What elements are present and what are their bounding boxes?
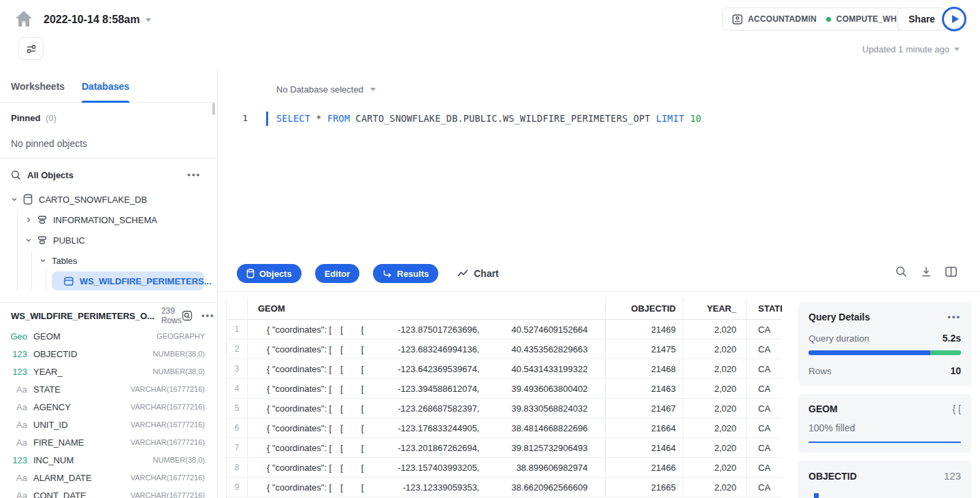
row-number: 7 [227, 438, 248, 457]
objects-button[interactable]: Objects [237, 264, 301, 283]
table-row[interactable]: 8 { "coordinates": [ [ [ -123.1574039932… [227, 458, 782, 478]
year-cell: 2,020 [683, 438, 747, 457]
filled-bar [808, 442, 961, 443]
objects-label: Objects [259, 269, 292, 279]
geom-latitude: 39.4936063800402 [479, 384, 587, 394]
share-button[interactable]: Share [897, 7, 947, 31]
table-row[interactable]: 6 { "coordinates": [ [ [ -123.1768332449… [227, 418, 782, 438]
editor-button[interactable]: Editor [315, 264, 360, 283]
column-datatype: NUMBER(38,0) [153, 456, 205, 464]
warehouse-status-dot [826, 17, 831, 22]
column-list-item[interactable]: 123 OBJECTID NUMBER(38,0) [0, 345, 217, 363]
table-row[interactable]: 3 { "coordinates": [ [ [ -123.6423695396… [227, 359, 782, 379]
column-list-item[interactable]: Aa STATE VARCHAR(16777216) [0, 380, 217, 398]
sql-token: * [310, 113, 327, 124]
card-title: OBJECTID [808, 471, 857, 482]
table-row[interactable]: 5 { "coordinates": [ [ [ -123.2686875823… [227, 399, 782, 418]
year-cell: 2,020 [683, 458, 747, 477]
column-type-icon: Aa [8, 420, 27, 430]
database-context-dropdown[interactable]: No Database selected [276, 84, 376, 95]
home-icon[interactable] [15, 10, 33, 27]
tree-node-tables[interactable]: Tables [0, 250, 217, 271]
return-arrow-icon [382, 269, 392, 278]
geom-bracket: [ [340, 443, 343, 453]
split-view-icon[interactable] [945, 267, 957, 277]
geom-json-prefix: { "coordinates": [ [267, 443, 331, 453]
column-list-item[interactable]: 123 INC_NUM NUMBER(38,0) [0, 451, 217, 469]
tab-databases[interactable]: Databases [82, 70, 129, 103]
state-cell: CA [747, 339, 782, 359]
database-context-label: No Database selected [276, 84, 363, 95]
row-number: 5 [227, 399, 248, 418]
search-icon[interactable] [11, 170, 21, 180]
worksheet-title-dropdown[interactable]: 2022-10-14 8:58am [44, 12, 151, 28]
table-row[interactable]: 1 { "coordinates": [ [ [ -123.8750172636… [227, 320, 782, 339]
all-objects-row[interactable]: All Objects ••• [0, 164, 217, 186]
line-number: 1 [235, 113, 248, 123]
column-list-item[interactable]: Aa FIRE_NAME VARCHAR(16777216) [0, 433, 217, 451]
sql-editor[interactable]: 1 SELECT * FROM CARTO_SNOWFLAKE_DB.PUBLI… [218, 111, 980, 127]
table-row[interactable]: 9 { "coordinates": [ [ [ -123.1233905935… [227, 478, 782, 497]
warehouse-label: COMPUTE_WH [836, 14, 897, 24]
tab-worksheets[interactable]: Worksheets [11, 70, 65, 103]
more-icon[interactable]: ••• [201, 312, 215, 319]
tree-node-public[interactable]: PUBLIC [0, 230, 217, 250]
column-list-item[interactable]: Aa CONT_DATE VARCHAR(16777216) [0, 486, 217, 498]
more-icon[interactable]: ••• [947, 314, 961, 320]
geom-latitude: 39.8330568824032 [479, 403, 587, 414]
divider [0, 158, 217, 159]
column-list-item[interactable]: Aa AGENCY VARCHAR(16777216) [0, 398, 217, 416]
tree-node-information-schema[interactable]: INFORMATION_SCHEMA [0, 210, 217, 230]
chevron-down-icon[interactable] [25, 237, 32, 244]
table-row[interactable]: 7 { "coordinates": [ [ [ -123.2018672626… [227, 438, 782, 458]
chevron-down-icon[interactable] [11, 196, 18, 203]
column-list-item[interactable]: Aa ALARM_DATE VARCHAR(16777216) [0, 469, 217, 486]
results-button[interactable]: Results [373, 264, 438, 283]
chart-tab[interactable]: Chart [457, 268, 499, 279]
geom-latitude: 38.6620962566609 [479, 482, 587, 493]
column-header-year[interactable]: YEAR_ [683, 298, 747, 319]
geom-bracket: [ [340, 403, 343, 414]
run-query-button[interactable] [942, 7, 966, 31]
row-number: 8 [227, 458, 248, 477]
chevron-down-icon[interactable] [39, 257, 46, 264]
column-header-geom[interactable]: GEOM [248, 298, 606, 319]
column-header-objectid[interactable]: OBJECTID [606, 298, 683, 319]
pinned-section-header: Pinned (0) [11, 113, 56, 123]
column-list-item[interactable]: Geo GEOM GEOGRAPHY [0, 327, 217, 345]
column-name: UNIT_ID [33, 420, 131, 430]
duration-value: 5.2s [943, 333, 961, 344]
download-icon[interactable] [921, 266, 932, 278]
chevron-right-icon[interactable] [25, 216, 32, 223]
table-row[interactable]: 2 { "coordinates": [ [ [ -123.6832469941… [227, 339, 782, 359]
more-icon[interactable]: ••• [187, 171, 201, 178]
year-cell: 2,020 [683, 399, 747, 418]
context-selector[interactable]: ACCOUNTADMIN COMPUTE_WH [722, 7, 907, 31]
sidebar-scrollbar[interactable] [212, 103, 215, 115]
geom-longitude: -123.394588612074, [363, 384, 479, 394]
main-area: No Database selected 1 SELECT * FROM CAR… [218, 70, 980, 498]
geom-longitude: -123.12339059353, [363, 482, 479, 493]
updated-dropdown[interactable]: Updated 1 minute ago [862, 44, 960, 54]
sidebar-tabs: Worksheets Databases [0, 70, 217, 103]
tree-node-database[interactable]: CARTO_SNOWFLAKE_DB [0, 189, 217, 210]
column-datatype: VARCHAR(16777216) [131, 438, 205, 446]
number-type-glyph: 123 [944, 470, 961, 482]
row-number: 6 [227, 418, 248, 437]
preview-data-icon[interactable] [182, 310, 193, 321]
state-cell: CA [747, 399, 782, 418]
divider [0, 302, 217, 303]
geom-json-prefix: { "coordinates": [ [267, 423, 331, 433]
column-list-item[interactable]: 123 YEAR_ NUMBER(38,0) [0, 363, 217, 380]
tree-node-selected-table[interactable]: WS_WILDFIRE_PERIMETERS... [52, 271, 204, 290]
table-row[interactable]: 4 { "coordinates": [ [ [ -123.3945886120… [227, 379, 782, 399]
tune-icon [26, 44, 37, 54]
geom-latitude: 40.5274609152664 [479, 325, 587, 335]
search-icon[interactable] [896, 266, 907, 278]
filters-button[interactable] [18, 37, 44, 60]
column-header-state[interactable]: STATE [747, 298, 782, 319]
tree-guide-line [31, 250, 32, 290]
geom-cell: { "coordinates": [ [ [ -123.201867262694… [248, 438, 606, 457]
geom-json-prefix: { "coordinates": [ [267, 463, 331, 473]
column-list-item[interactable]: Aa UNIT_ID VARCHAR(16777216) [0, 416, 217, 433]
